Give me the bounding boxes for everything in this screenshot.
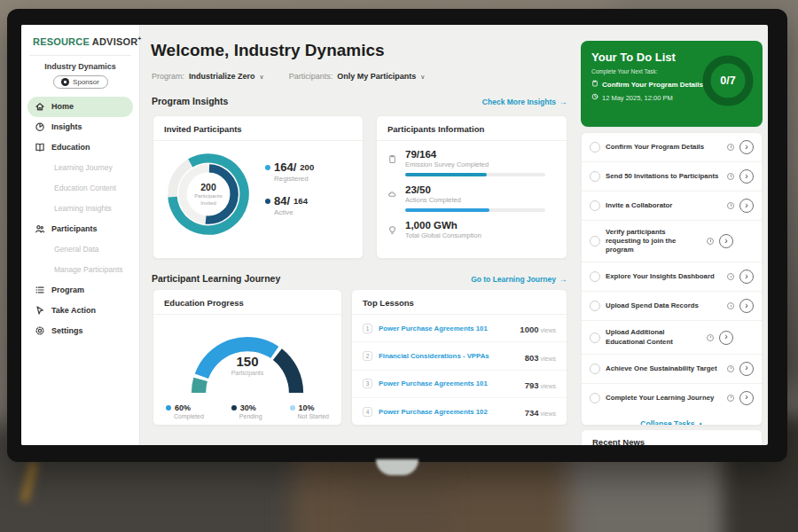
collapse-tasks-link[interactable]: Collapse Tasks∧ <box>582 412 762 426</box>
sidebar-item-learning-journey[interactable]: Learning Journey <box>27 158 133 178</box>
sidebar-item-settings[interactable]: Settings <box>27 321 133 341</box>
logo-secondary: ADVISOR <box>92 36 138 47</box>
donut-center-label: Participants Invited <box>188 193 229 207</box>
clock-icon <box>727 202 734 209</box>
program-insights-header: Program Insights Check More Insights→ <box>152 96 567 106</box>
sidebar-nav: Home Insights Education Learning Journey… <box>21 97 139 341</box>
task-chevron-button[interactable]: › <box>719 331 733 345</box>
sidebar-item-manage-participants[interactable]: Manage Participants <box>27 260 133 280</box>
clock-icon <box>727 365 734 372</box>
sidebar-item-take-action[interactable]: Take Action <box>27 301 133 321</box>
task-checkbox[interactable] <box>590 142 600 153</box>
chevron-down-icon: ∨ <box>260 74 264 80</box>
task-checkbox[interactable] <box>590 393 600 403</box>
arrow-right-icon: → <box>559 97 567 106</box>
sponsor-badge[interactable]: Sponsor <box>53 75 108 89</box>
app-logo[interactable]: RESOURCE ADVISOR+ <box>21 25 139 47</box>
task-row: Explore Your Insights Dashboard › <box>582 262 762 291</box>
clipboard-icon <box>591 80 598 89</box>
logo-plus: + <box>137 35 141 42</box>
section-title: Program Insights <box>152 96 228 106</box>
sidebar-item-label: Insights <box>51 122 82 131</box>
sidebar-item-label: Home <box>51 102 74 111</box>
sidebar-item-label: Take Action <box>51 306 96 315</box>
lesson-link[interactable]: Power Purchase Agreements 102 <box>379 408 519 416</box>
invited-legend: 164/200 Registered 84/164 Active <box>265 160 314 228</box>
lesson-row: 1 Power Purchase Agreements 101 1000view… <box>352 315 567 342</box>
invited-participants-body: 200 Participants Invited 164/200 Registe… <box>153 141 363 240</box>
task-row: Achieve One Sustainability Target › <box>582 354 762 383</box>
go-to-learning-journey-link[interactable]: Go to Learning Journey→ <box>471 274 567 284</box>
task-row: Send 50 Invitations to Participants › <box>582 161 762 191</box>
program-filter[interactable]: Program:Industrialize Zero∨ <box>152 72 264 81</box>
task-chevron-button[interactable]: › <box>739 169 754 184</box>
clock-icon <box>727 144 734 151</box>
clock-icon <box>591 93 598 102</box>
task-checkbox[interactable] <box>590 236 600 246</box>
task-chevron-button[interactable]: › <box>739 391 754 405</box>
sidebar-item-learning-insights[interactable]: Learning Insights <box>27 199 133 219</box>
sidebar-item-program[interactable]: Program <box>27 280 133 301</box>
task-chevron-button[interactable]: › <box>739 299 754 313</box>
task-chevron-button[interactable]: › <box>719 234 733 248</box>
card-title: Participants Information <box>377 116 567 141</box>
task-chevron-button[interactable]: › <box>739 199 754 213</box>
legend-pending: 30% Pending <box>231 403 262 419</box>
divider <box>29 55 131 56</box>
education-progress-card: Education Progress 150 Participants 60% … <box>153 289 342 426</box>
task-checkbox[interactable] <box>590 332 600 343</box>
invited-participants-card: Invited Participants 200 Participants In… <box>153 115 364 259</box>
task-chevron-button[interactable]: › <box>739 270 754 284</box>
participants-filter-value: Only My Participants <box>337 72 416 81</box>
clock-icon <box>727 302 734 309</box>
sponsor-icon <box>61 78 69 86</box>
chevron-down-icon: ∨ <box>420 74 425 80</box>
sidebar-item-label: Settings <box>51 326 83 335</box>
clock-icon <box>727 395 734 402</box>
learning-journey-header: Participant Learning Journey Go to Learn… <box>152 273 567 284</box>
sidebar-item-education[interactable]: Education <box>27 137 133 158</box>
sponsor-label: Sponsor <box>73 78 99 86</box>
sidebar-item-general-data[interactable]: General Data <box>27 239 133 260</box>
sidebar-item-participants[interactable]: Participants <box>27 219 133 239</box>
task-row: Confirm Your Program Details › <box>582 133 762 161</box>
task-checkbox[interactable] <box>590 364 600 374</box>
task-checkbox[interactable] <box>590 301 600 311</box>
section-title: Participant Learning Journey <box>152 273 280 284</box>
lesson-link[interactable]: Power Purchase Agreements 101 <box>379 325 513 332</box>
sidebar-item-home[interactable]: Home <box>27 97 133 117</box>
sidebar-item-label: Program <box>51 286 84 294</box>
sidebar-item-label: Manage Participants <box>54 265 123 274</box>
recent-news-card: Recent News <box>581 429 763 445</box>
participants-information-card: Participants Information 79/164 Emission… <box>376 115 567 259</box>
clock-icon <box>727 173 734 180</box>
check-more-insights-link[interactable]: Check More Insights→ <box>482 97 567 106</box>
sidebar-item-insights[interactable]: Insights <box>27 117 133 137</box>
clock-icon <box>727 273 734 280</box>
task-checkbox[interactable] <box>590 271 600 282</box>
task-checkbox[interactable] <box>590 200 600 211</box>
lesson-link[interactable]: Power Purchase Agreements 101 <box>379 379 519 387</box>
sidebar-item-label: Participants <box>51 224 98 233</box>
sidebar-item-label: Education <box>51 143 90 152</box>
legend-not-started: 10% Not Started <box>290 403 329 419</box>
sidebar-item-label: General Data <box>54 245 99 254</box>
lesson-link[interactable]: Financial Considerations - VPPAs <box>379 352 519 360</box>
todo-hero-card: Your To Do List Complete Your Next Task:… <box>581 41 763 127</box>
sidebar-item-label: Learning Insights <box>54 204 112 213</box>
gear-icon <box>35 325 45 336</box>
actions-completed-row: 23/50 Actions Completed <box>387 184 556 212</box>
monitor-stand-shadow <box>353 472 445 532</box>
participants-icon <box>35 223 45 234</box>
legend-active: 84/164 Active <box>265 194 314 216</box>
task-chevron-button[interactable]: › <box>739 140 754 154</box>
task-checkbox[interactable] <box>590 171 600 182</box>
page-title: Welcome, Industry Dynamics <box>151 41 385 60</box>
sidebar-item-education-content[interactable]: Education Content <box>27 178 133 199</box>
task-chevron-button[interactable]: › <box>739 362 754 376</box>
lesson-row: 2 Financial Considerations - VPPAs 803vi… <box>352 342 567 370</box>
gauge-center-value: 150 <box>181 354 314 369</box>
lesson-row: 4 Power Purchase Agreements 102 734views <box>352 398 567 426</box>
participants-filter[interactable]: Participants:Only My Participants∨ <box>289 72 426 81</box>
arrow-right-icon: → <box>559 274 567 284</box>
